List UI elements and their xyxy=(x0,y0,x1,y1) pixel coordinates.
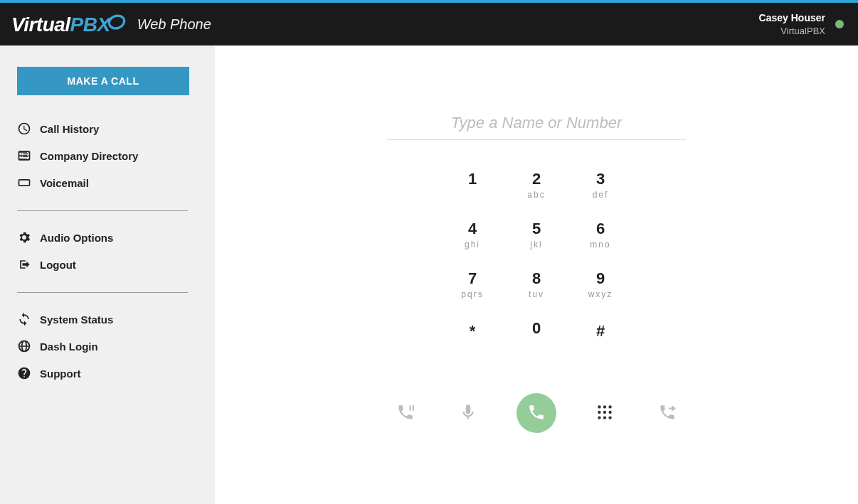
key-digit: 8 xyxy=(532,269,541,288)
sidebar-item-audio-options[interactable]: Audio Options xyxy=(17,224,202,251)
sidebar-item-call-history[interactable]: Call History xyxy=(17,115,202,142)
keypad-key-1[interactable]: 1 xyxy=(440,166,504,215)
sidebar-item-logout[interactable]: Logout xyxy=(17,251,202,278)
nav-separator xyxy=(17,292,188,293)
key-letters: pqrs xyxy=(461,289,483,299)
key-digit: * xyxy=(470,319,476,341)
list-icon xyxy=(17,149,31,163)
logo-text-virtual: Virtual xyxy=(11,14,70,36)
key-letters: tuv xyxy=(529,289,544,299)
phone-forward-icon xyxy=(658,403,677,424)
keypad-key-*[interactable]: * xyxy=(440,315,504,365)
voicemail-icon xyxy=(17,176,31,190)
nav-separator xyxy=(17,210,188,211)
keypad-key-2[interactable]: 2abc xyxy=(504,166,568,215)
main-dialer-panel: 12abc3def4ghi5jkl6mno7pqrs8tuv9wxyz*0# xyxy=(215,45,858,504)
key-digit: 1 xyxy=(468,170,477,188)
call-controls xyxy=(391,393,682,433)
user-org: VirtualPBX xyxy=(759,25,825,38)
svg-point-0 xyxy=(107,14,126,31)
sidebar-item-label: Support xyxy=(40,368,81,380)
svg-point-8 xyxy=(598,416,600,419)
svg-point-4 xyxy=(608,405,611,408)
key-letters: def xyxy=(593,190,609,200)
app-title: Web Phone xyxy=(137,16,211,33)
logo-text-pbx: PBX xyxy=(70,14,110,36)
key-letters: wxyz xyxy=(588,289,613,299)
sidebar-item-label: Logout xyxy=(40,259,76,271)
key-letters: jkl xyxy=(530,240,542,250)
keypad-key-#[interactable]: # xyxy=(568,315,632,365)
sidebar-item-voicemail[interactable]: Voicemail xyxy=(17,169,202,196)
keypad-key-9[interactable]: 9wxyz xyxy=(568,265,632,315)
svg-point-3 xyxy=(603,405,606,408)
brand-logo: Virtual PBX xyxy=(11,13,126,36)
sidebar-item-dash-login[interactable]: Dash Login xyxy=(17,333,202,360)
sidebar-item-system-status[interactable]: System Status xyxy=(17,306,202,333)
svg-point-10 xyxy=(608,416,611,419)
sidebar: MAKE A CALL Call HistoryCompany Director… xyxy=(0,45,215,504)
clock-icon xyxy=(17,122,31,136)
sidebar-item-label: Dash Login xyxy=(40,341,98,353)
key-letters: ghi xyxy=(465,240,480,250)
svg-point-2 xyxy=(598,405,600,408)
phone-pause-icon xyxy=(396,403,415,424)
key-letters: abc xyxy=(527,190,545,200)
keypad-key-3[interactable]: 3def xyxy=(568,166,632,215)
keypad-key-4[interactable]: 4ghi xyxy=(440,215,504,265)
logout-icon xyxy=(17,257,31,272)
nav-group-external: System StatusDash LoginSupport xyxy=(13,306,202,397)
help-icon xyxy=(17,366,31,380)
keypad-key-6[interactable]: 6mno xyxy=(568,215,632,265)
presence-indicator-icon xyxy=(835,20,844,28)
svg-point-6 xyxy=(603,410,606,413)
sidebar-item-label: Audio Options xyxy=(40,232,113,244)
sync-icon xyxy=(17,312,31,326)
svg-point-5 xyxy=(598,410,600,413)
sidebar-item-label: System Status xyxy=(40,313,113,326)
make-a-call-button[interactable]: MAKE A CALL xyxy=(17,67,189,95)
sidebar-item-label: Company Directory xyxy=(40,150,138,162)
mute-button[interactable] xyxy=(454,399,482,427)
sidebar-item-label: Call History xyxy=(40,123,99,135)
key-letters: mno xyxy=(590,240,610,250)
dial-input[interactable] xyxy=(387,109,686,140)
key-digit: 3 xyxy=(596,170,605,188)
key-digit: 4 xyxy=(468,220,477,238)
gear-icon xyxy=(17,230,31,245)
call-button[interactable] xyxy=(517,393,556,433)
sidebar-item-company-directory[interactable]: Company Directory xyxy=(17,142,202,169)
user-name: Casey Houser xyxy=(759,11,825,25)
svg-point-7 xyxy=(608,410,611,413)
app-header: Virtual PBX Web Phone Casey Houser Virtu… xyxy=(0,3,858,45)
sidebar-item-support[interactable]: Support xyxy=(17,360,202,387)
keypad-key-5[interactable]: 5jkl xyxy=(504,215,568,265)
logo-swoosh-icon xyxy=(107,13,126,34)
globe-icon xyxy=(17,339,31,353)
dialpad-icon xyxy=(595,403,614,424)
phone-icon xyxy=(527,403,546,424)
keypad-key-8[interactable]: 8tuv xyxy=(504,265,568,315)
svg-point-9 xyxy=(603,416,606,419)
key-digit: # xyxy=(596,319,605,341)
keypad-key-7[interactable]: 7pqrs xyxy=(440,265,504,315)
key-digit: 7 xyxy=(468,269,477,288)
sidebar-item-label: Voicemail xyxy=(40,177,89,189)
hold-button[interactable] xyxy=(391,399,420,427)
nav-group-settings: Audio OptionsLogout xyxy=(13,224,202,288)
key-digit: 0 xyxy=(532,319,541,338)
keypad: 12abc3def4ghi5jkl6mno7pqrs8tuv9wxyz*0# xyxy=(440,166,632,365)
header-left: Virtual PBX Web Phone xyxy=(11,13,211,36)
key-digit: 9 xyxy=(596,269,605,288)
keypad-key-0[interactable]: 0 xyxy=(504,315,568,365)
mic-icon xyxy=(459,403,477,424)
key-digit: 2 xyxy=(532,170,541,188)
header-right: Casey Houser VirtualPBX xyxy=(759,11,844,37)
dialpad-button[interactable] xyxy=(590,399,619,427)
user-block[interactable]: Casey Houser VirtualPBX xyxy=(759,11,825,37)
nav-group-main: Call HistoryCompany DirectoryVoicemail xyxy=(13,115,202,206)
key-digit: 6 xyxy=(596,220,605,238)
transfer-button[interactable] xyxy=(653,399,682,427)
key-digit: 5 xyxy=(532,220,541,238)
